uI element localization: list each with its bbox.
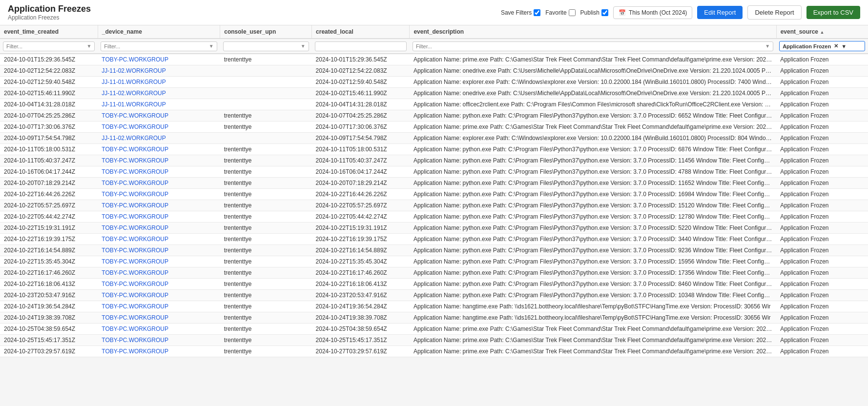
cell-desc: Application Name: python.exe Path: C:\Pr… — [410, 234, 776, 245]
cell-created: 2024-10-24T19:38:39.708Z — [312, 312, 410, 324]
cell-desc: Application Name: python.exe Path: C:\Pr… — [410, 256, 776, 267]
cell-user: trententtye — [220, 312, 312, 324]
cell-time: 2024-10-22T05:57:25.697Z — [0, 200, 98, 211]
table-row: 2024-10-22T16:19:39.175ZTOBY-PC.WORKGROU… — [0, 234, 868, 245]
cell-created: 2024-10-22T05:57:25.697Z — [312, 200, 410, 211]
cell-created: 2024-10-01T15:29:36.545Z — [312, 54, 410, 65]
cell-desc: Application Name: prime.exe Path: C:\Gam… — [410, 122, 776, 133]
clear-source-filter-button[interactable]: ✕ — [834, 43, 838, 49]
col-header-console-user[interactable]: console_user_upn — [220, 25, 312, 39]
filter-cell-created — [312, 39, 410, 54]
filter-created-input[interactable] — [318, 43, 403, 49]
cell-source: Application Frozen — [776, 346, 868, 357]
cell-desc: Application Name: python.exe Path: C:\Pr… — [410, 200, 776, 211]
table-row: 2024-10-01T15:29:36.545ZTOBY-PC.WORKGROU… — [0, 54, 868, 65]
cell-user — [220, 77, 312, 88]
col-header-event-time[interactable]: event_time_created — [0, 25, 98, 39]
filter-desc-input[interactable] — [416, 43, 763, 49]
cell-source: Application Frozen — [776, 110, 868, 122]
cell-device: TOBY-PC.WORKGROUP — [98, 211, 220, 223]
cell-desc: Application Name: explorer.exe Path: C:\… — [410, 77, 776, 88]
table-row: 2024-10-22T15:19:31.191ZTOBY-PC.WORKGROU… — [0, 223, 868, 234]
cell-time: 2024-10-22T16:17:46.260Z — [0, 267, 98, 279]
col-header-created-local[interactable]: created_local — [312, 25, 410, 39]
delete-report-button[interactable]: Delete Report — [747, 5, 801, 20]
filter-input-created[interactable] — [315, 41, 407, 51]
col-header-event-desc[interactable]: event_description — [410, 25, 776, 39]
table-row: 2024-10-25T04:38:59.654ZTOBY-PC.WORKGROU… — [0, 324, 868, 335]
cell-user — [220, 65, 312, 77]
cell-source: Application Frozen — [776, 324, 868, 335]
cell-desc: Application Name: python.exe Path: C:\Pr… — [410, 166, 776, 178]
table-row: 2024-10-27T03:29:57.619ZTOBY-PC.WORKGROU… — [0, 346, 868, 357]
cell-desc: Application Name: hangtime.exe Path: \\d… — [410, 312, 776, 324]
filter-user-input[interactable] — [227, 43, 299, 49]
cell-desc: Application Name: python.exe Path: C:\Pr… — [410, 245, 776, 256]
cell-user — [220, 99, 312, 110]
cell-user: trententtye — [220, 346, 312, 357]
header-bar: Application Freezes Application Freezes … — [0, 0, 868, 25]
cell-device: TOBY-PC.WORKGROUP — [98, 312, 220, 324]
filter-funnel-desc-icon: ▼ — [765, 43, 770, 49]
cell-time: 2024-10-07T17:30:06.376Z — [0, 122, 98, 133]
publish-item[interactable]: Publish — [580, 9, 608, 16]
cell-created: 2024-10-11T05:40:37.247Z — [312, 155, 410, 166]
filter-input-desc[interactable]: ▼ — [413, 41, 773, 51]
cell-source: Application Frozen — [776, 256, 868, 267]
cell-user: trententtye — [220, 223, 312, 234]
cell-time: 2024-10-11T05:18:00.531Z — [0, 144, 98, 155]
cell-user — [220, 133, 312, 144]
cell-source: Application Frozen — [776, 99, 868, 110]
cell-time: 2024-10-11T05:40:37.247Z — [0, 155, 98, 166]
cell-device: TOBY-PC.WORKGROUP — [98, 178, 220, 189]
cell-desc: Application Name: prime.exe Path: C:\Gam… — [410, 324, 776, 335]
cell-user: trententtye — [220, 290, 312, 301]
cell-time: 2024-10-20T07:18:29.214Z — [0, 178, 98, 189]
cell-device: TOBY-PC.WORKGROUP — [98, 223, 220, 234]
cell-time: 2024-10-07T04:25:25.286Z — [0, 110, 98, 122]
publish-checkbox[interactable] — [601, 9, 608, 16]
table-row: 2024-10-23T20:53:47.916ZTOBY-PC.WORKGROU… — [0, 290, 868, 301]
table-row: 2024-10-22T16:44:26.226ZTOBY-PC.WORKGROU… — [0, 189, 868, 200]
cell-source: Application Frozen — [776, 267, 868, 279]
cell-user: trententtye — [220, 335, 312, 346]
cell-source: Application Frozen — [776, 144, 868, 155]
table-row: 2024-10-11T05:18:00.531ZTOBY-PC.WORKGROU… — [0, 144, 868, 155]
save-filters-item[interactable]: Save Filters — [501, 9, 540, 16]
cell-source: Application Frozen — [776, 155, 868, 166]
cell-source: Application Frozen — [776, 88, 868, 99]
filter-time-input[interactable] — [6, 43, 84, 49]
col-header-event-source[interactable]: event_source — [776, 25, 868, 39]
export-csv-button[interactable]: Export to CSV — [806, 6, 860, 19]
page-title: Application Freezes — [8, 4, 91, 14]
cell-time: 2024-10-22T16:19:39.175Z — [0, 234, 98, 245]
filter-input-device[interactable]: ▼ — [101, 41, 217, 51]
cell-time: 2024-10-02T12:54:22.083Z — [0, 65, 98, 77]
cell-source: Application Frozen — [776, 234, 868, 245]
table-row: 2024-10-24T19:36:54.284ZTOBY-PC.WORKGROU… — [0, 301, 868, 312]
filter-input-time[interactable]: ▼ — [3, 41, 95, 51]
cell-desc: Application Name: python.exe Path: C:\Pr… — [410, 223, 776, 234]
col-header-device-name[interactable]: _device_name — [98, 25, 220, 39]
table-row: 2024-10-07T04:25:25.286ZTOBY-PC.WORKGROU… — [0, 110, 868, 122]
cell-user: trententtye — [220, 324, 312, 335]
cell-device: TOBY-PC.WORKGROUP — [98, 346, 220, 357]
cell-source: Application Frozen — [776, 223, 868, 234]
table-row: 2024-10-04T14:31:28.018ZJJ-11-01.WORKGRO… — [0, 99, 868, 110]
edit-report-button[interactable]: Edit Report — [697, 6, 743, 19]
filter-row: ▼ ▼ ▼ — [0, 39, 868, 54]
filter-input-user[interactable]: ▼ — [223, 41, 309, 51]
filter-cell-source: Application Frozen ✕ ▼ — [776, 39, 868, 54]
cell-desc: Application Name: python.exe Path: C:\Pr… — [410, 155, 776, 166]
cell-desc: Application Name: onedrive.exe Path: C:\… — [410, 88, 776, 99]
filter-device-input[interactable] — [104, 43, 207, 49]
cell-device: TOBY-PC.WORKGROUP — [98, 301, 220, 312]
date-range-button[interactable]: 📅 This Month (Oct 2024) — [613, 6, 692, 19]
favorite-checkbox[interactable] — [569, 9, 576, 16]
save-filters-checkbox[interactable] — [534, 9, 540, 16]
favorite-item[interactable]: Favorite — [545, 9, 575, 16]
cell-created: 2024-10-20T07:18:29.214Z — [312, 178, 410, 189]
cell-created: 2024-10-07T17:30:06.376Z — [312, 122, 410, 133]
header-left: Application Freezes Application Freezes — [8, 4, 91, 21]
cell-user: trententtye — [220, 279, 312, 290]
